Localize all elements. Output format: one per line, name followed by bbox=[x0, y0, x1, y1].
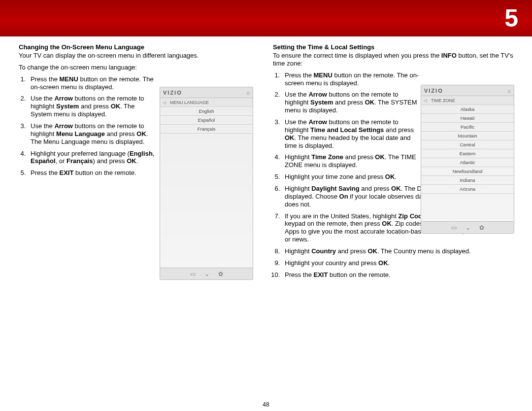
tv-menu-language-title-row: ◁ MENU LANGUAGE bbox=[160, 98, 253, 107]
timezone-option: Atlantic bbox=[421, 158, 514, 167]
right-step-3: Use the Arrow buttons on the remote to h… bbox=[282, 118, 421, 149]
tv-menu-language-header: VIZIO ⌂ bbox=[160, 87, 253, 98]
right-step-4: Highlight Time Zone and press OK. The TI… bbox=[282, 153, 421, 169]
left-step-4: Highlight your preferred language (Engli… bbox=[28, 150, 158, 166]
timezone-option: Eastern bbox=[421, 149, 514, 158]
vizio-logo: VIZIO bbox=[163, 90, 182, 96]
gear-icon: ✿ bbox=[218, 271, 223, 277]
timezone-option: Arizona bbox=[421, 185, 514, 194]
wide-icon: ▭ bbox=[451, 225, 457, 231]
page-number: 48 bbox=[263, 401, 269, 408]
right-step-9: Highlight your country and press OK. bbox=[282, 259, 514, 267]
timezone-option: Pacific bbox=[421, 123, 514, 132]
tv-menu-timezone: VIZIO ⌂ ◁ TIME ZONE Alaska Hawaii Pacifi… bbox=[421, 85, 514, 234]
section-title-language: Changing the On-Screen Menu Language bbox=[19, 43, 260, 51]
tv-menu-timezone-title-row: ◁ TIME ZONE bbox=[421, 96, 514, 105]
home-icon: ⌂ bbox=[246, 90, 250, 96]
timezone-option: Indiana bbox=[421, 176, 514, 185]
timezone-title: TIME ZONE bbox=[431, 98, 455, 103]
back-icon: ◁ bbox=[163, 100, 166, 105]
left-step-5: Press the EXIT button on the remote. bbox=[28, 169, 158, 177]
vizio-logo: VIZIO bbox=[424, 88, 443, 94]
left-step-2: Use the Arrow buttons on the remote to h… bbox=[28, 95, 158, 118]
gear-icon: ✿ bbox=[479, 225, 484, 231]
column-left: Changing the On-Screen Menu Language You… bbox=[19, 43, 260, 283]
page-body: Changing the On-Screen Menu Language You… bbox=[0, 36, 532, 283]
timezone-option: Mountain bbox=[421, 132, 514, 140]
chapter-header: 5 bbox=[0, 0, 532, 36]
right-intro: To ensure the correct time is displayed … bbox=[273, 52, 514, 68]
left-steps: Press the MENU button on the remote. The… bbox=[19, 75, 158, 177]
section-title-time: Setting the Time & Local Settings bbox=[273, 43, 514, 51]
left-lead: To change the on-screen menu language: bbox=[19, 64, 260, 71]
menu-language-title: MENU LANGUAGE bbox=[170, 100, 209, 105]
right-step-2: Use the Arrow buttons on the remote to h… bbox=[282, 91, 421, 114]
tv-menu-language: VIZIO ⌂ ◁ MENU LANGUAGE English Español … bbox=[160, 87, 253, 280]
language-option: English bbox=[160, 107, 253, 116]
chapter-number: 5 bbox=[504, 4, 518, 33]
chevron-down-icon: ⌄ bbox=[466, 225, 470, 231]
tv-menu-footer: ▭ ⌄ ✿ bbox=[160, 268, 253, 279]
left-intro: Your TV can display the on-screen menu i… bbox=[19, 52, 260, 60]
right-step-8: Highlight Country and press OK. The Coun… bbox=[282, 247, 514, 255]
timezone-option: Alaska bbox=[421, 105, 514, 114]
back-icon: ◁ bbox=[424, 98, 427, 103]
left-step-1: Press the MENU button on the remote. The… bbox=[28, 75, 158, 91]
language-option: Español bbox=[160, 116, 253, 125]
language-option: Français bbox=[160, 125, 253, 134]
timezone-option: Newfoundland bbox=[421, 167, 514, 176]
chevron-down-icon: ⌄ bbox=[204, 271, 209, 277]
home-icon: ⌂ bbox=[507, 88, 511, 94]
right-step-1: Press the MENU button on the remote. The… bbox=[282, 71, 421, 87]
tv-menu-timezone-header: VIZIO ⌂ bbox=[421, 85, 514, 96]
timezone-option: Central bbox=[421, 140, 514, 149]
right-step-10: Press the EXIT button on the remote. bbox=[282, 271, 514, 279]
column-right: Setting the Time & Local Settings To ens… bbox=[273, 43, 514, 283]
tv-menu-footer: ▭ ⌄ ✿ bbox=[421, 221, 514, 233]
timezone-option: Hawaii bbox=[421, 114, 514, 123]
left-step-3: Use the Arrow buttons on the remote to h… bbox=[28, 122, 158, 146]
wide-icon: ▭ bbox=[190, 271, 196, 277]
